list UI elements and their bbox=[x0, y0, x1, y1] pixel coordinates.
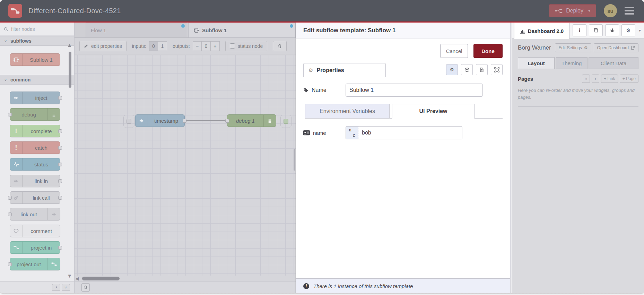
palette-node-catch[interactable]: ! catch bbox=[10, 141, 60, 154]
avatar[interactable]: su bbox=[604, 4, 617, 17]
open-dashboard-button[interactable]: Open Dashboard bbox=[594, 43, 638, 52]
canvas-search-button[interactable] bbox=[81, 283, 90, 292]
node-output-port[interactable] bbox=[183, 119, 186, 123]
subflow-name-input[interactable] bbox=[346, 84, 483, 97]
palette-scrollbar-thumb[interactable] bbox=[69, 52, 71, 88]
pages-title: Pages bbox=[518, 76, 533, 82]
delete-subflow-button[interactable] bbox=[273, 41, 287, 51]
inputs-option-1[interactable]: 1 bbox=[158, 41, 167, 51]
palette-node-status[interactable]: status bbox=[10, 158, 60, 171]
bug-icon bbox=[610, 28, 615, 33]
modified-dot bbox=[181, 24, 185, 28]
palette-node-project-in[interactable]: project in bbox=[10, 241, 60, 254]
palette-node-debug[interactable]: debug bbox=[10, 108, 60, 121]
collapse-all-button[interactable]: » bbox=[52, 284, 60, 291]
filter-nodes-input[interactable] bbox=[11, 26, 67, 32]
outputs-increase-button[interactable]: + bbox=[211, 41, 220, 51]
tab-dashboard-2[interactable]: Dashboard 2.0 bbox=[514, 23, 569, 39]
node-output-port bbox=[58, 179, 62, 183]
outputs-decrease-button[interactable]: − bbox=[193, 41, 202, 51]
node-label: link in bbox=[23, 178, 60, 184]
category-common[interactable]: ∨ common bbox=[0, 75, 74, 85]
description-view-button[interactable] bbox=[476, 64, 488, 75]
env-input-group: a z bbox=[346, 126, 462, 139]
done-button[interactable]: Done bbox=[473, 44, 503, 58]
config-tab-button[interactable]: ⚙ bbox=[621, 24, 635, 36]
sidebar-tabs: Dashboard 2.0 i ⚙ ▾ bbox=[512, 23, 644, 39]
cube-icon bbox=[464, 67, 470, 72]
canvas-node-debug-1[interactable]: debug 1 bbox=[227, 114, 276, 127]
status-pulse-icon bbox=[10, 158, 23, 170]
appearance-view-button[interactable] bbox=[491, 64, 503, 75]
node-label: project in bbox=[23, 245, 60, 251]
tab-flow-1[interactable]: Flow 1 bbox=[86, 23, 187, 37]
debug-icon bbox=[47, 109, 60, 120]
add-link-button[interactable]: + Link bbox=[601, 75, 618, 83]
project-in-icon bbox=[10, 242, 23, 253]
tab-ui-preview[interactable]: UI Preview bbox=[392, 104, 475, 119]
string-type-selector[interactable]: a z bbox=[346, 126, 358, 139]
chevron-down-icon: ∨ bbox=[4, 39, 7, 43]
edit-settings-button[interactable]: Edit Settings ⚙ bbox=[555, 43, 591, 52]
palette-node-link-out[interactable]: link out bbox=[10, 208, 60, 220]
palette-list: ∨ subflows Subflow 1 ∨ common bbox=[0, 36, 74, 281]
flow-canvas[interactable]: timestamp debug 1 bbox=[75, 55, 296, 276]
horizontal-scrollbar-thumb[interactable] bbox=[82, 277, 120, 280]
palette-node-subflow-1[interactable]: Subflow 1 bbox=[10, 53, 60, 66]
properties-view-button[interactable]: ⚙ bbox=[446, 64, 458, 75]
tab-environment-variables[interactable]: Environment Variables bbox=[305, 104, 390, 119]
node-input-port bbox=[8, 212, 12, 216]
palette-scroll-down-icon[interactable]: ▼ bbox=[67, 273, 72, 279]
module-view-button[interactable] bbox=[461, 64, 473, 75]
node-label: Subflow 1 bbox=[23, 57, 60, 63]
category-subflows[interactable]: ∨ subflows bbox=[0, 36, 74, 46]
inputs-option-0[interactable]: 0 bbox=[149, 41, 158, 51]
outputs-label: outputs: bbox=[173, 43, 190, 49]
info-tab-button[interactable]: i bbox=[573, 24, 586, 36]
outputs-group: outputs: − 0 + bbox=[173, 41, 220, 51]
debug-tab-button[interactable] bbox=[605, 24, 619, 36]
canvas-footer bbox=[75, 281, 296, 293]
palette-node-comment[interactable]: comment bbox=[10, 225, 60, 237]
deploy-button[interactable]: Deploy ▾ bbox=[549, 4, 596, 17]
subflow-output-stub[interactable] bbox=[280, 115, 291, 128]
edit-properties-button[interactable]: edit properties bbox=[79, 41, 127, 51]
node-label: comment bbox=[23, 228, 60, 234]
node-input-port bbox=[8, 113, 12, 116]
canvas-node-timestamp[interactable]: timestamp bbox=[135, 114, 185, 127]
modified-dot bbox=[290, 24, 293, 28]
status-node-toggle[interactable]: status node bbox=[225, 41, 267, 51]
help-tab-button[interactable] bbox=[589, 24, 603, 36]
palette-node-link-in[interactable]: link in bbox=[10, 175, 60, 187]
gear-icon: ⚙ bbox=[584, 45, 588, 50]
tab-client-data[interactable]: Client Data bbox=[589, 57, 638, 69]
expand-all-button[interactable]: » bbox=[62, 284, 70, 291]
tab-layout[interactable]: Layout bbox=[518, 57, 555, 69]
main-menu-icon[interactable] bbox=[625, 7, 634, 15]
collapse-pages-button[interactable]: » bbox=[582, 75, 590, 83]
palette-node-inject[interactable]: inject bbox=[10, 92, 60, 104]
palette-scroll-up-icon[interactable]: ▲ bbox=[67, 42, 72, 48]
vertical-scrollbar-thumb[interactable] bbox=[294, 149, 295, 171]
tab-properties[interactable]: ⚙ Properties bbox=[303, 63, 386, 77]
tab-subflow-1[interactable]: Subflow 1 bbox=[188, 23, 296, 37]
env-value-input[interactable] bbox=[358, 126, 462, 139]
sidebar-menu-caret-icon[interactable]: ▾ bbox=[639, 28, 641, 33]
link-out-icon bbox=[47, 208, 60, 220]
status-node-checkbox[interactable] bbox=[230, 43, 235, 49]
deploy-caret-icon[interactable]: ▾ bbox=[588, 8, 590, 13]
scroll-left-icon[interactable]: ◀ bbox=[75, 276, 79, 281]
palette-node-complete[interactable]: ! complete bbox=[10, 125, 60, 137]
node-input-port[interactable] bbox=[225, 119, 229, 123]
tab-theming[interactable]: Theming bbox=[556, 57, 588, 69]
palette-node-link-call[interactable]: link call bbox=[10, 191, 60, 204]
expand-pages-button[interactable]: » bbox=[592, 75, 600, 83]
node-output-port bbox=[58, 196, 62, 200]
pages-header: Pages » » + Link + Page bbox=[518, 75, 638, 83]
palette-node-project-out[interactable]: project out bbox=[10, 258, 60, 270]
search-icon bbox=[3, 27, 8, 32]
add-page-button[interactable]: + Page bbox=[620, 75, 638, 83]
subflow-input-stub[interactable] bbox=[123, 115, 134, 128]
cancel-button[interactable]: Cancel bbox=[440, 44, 468, 58]
subflow-icon bbox=[193, 27, 199, 33]
